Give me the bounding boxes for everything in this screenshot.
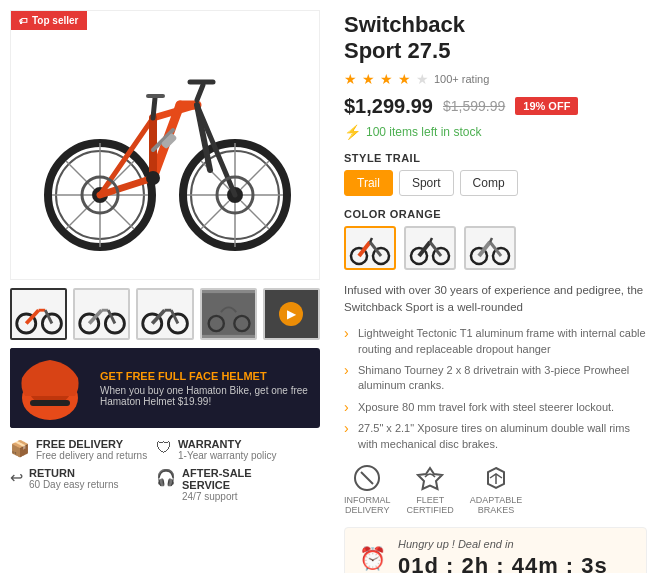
return-icon: ↩: [10, 468, 23, 487]
style-trail[interactable]: Trail: [344, 170, 393, 196]
color-grey[interactable]: [464, 226, 516, 270]
rating-row: ★ ★ ★ ★ ★ 100+ rating: [344, 71, 647, 87]
promo-text: GET FREE FULL FACE HELMET When you buy o…: [90, 362, 320, 415]
return-sub: 60 Day easy returns: [29, 479, 119, 490]
badges-row: INFORMALDELIVERY FLEETCERTIFIED ADAPTABL…: [344, 464, 647, 515]
star-1: ★: [344, 71, 357, 87]
svg-line-65: [370, 238, 372, 242]
svg-line-32: [153, 98, 155, 118]
svg-line-12: [66, 201, 94, 229]
title-line1: Switchback: [344, 12, 465, 37]
badge-informal: INFORMALDELIVERY: [344, 464, 391, 515]
deal-content: Hungry up ! Deal end in 01d : 2h : 44m :…: [398, 538, 608, 573]
style-options: Trail Sport Comp: [344, 170, 647, 196]
after-sale-title: AFTER-SALE SERVICE: [182, 467, 296, 491]
thumbnail-4[interactable]: [200, 288, 257, 340]
price-original: $1,599.99: [443, 98, 505, 114]
badge-adaptable: ADAPTABLEBRAKES: [470, 464, 522, 515]
svg-rect-60: [30, 400, 70, 406]
play-button[interactable]: ▶: [279, 302, 303, 326]
adaptable-icon: [482, 464, 510, 492]
style-sport[interactable]: Sport: [399, 170, 454, 196]
fleet-icon: [416, 464, 444, 492]
promo-subtitle-label: When you buy one Hamaton Bike, get one f…: [100, 385, 310, 407]
feature-item-4: 27.5" x 2.1" Xposure tires on aluminum d…: [344, 421, 647, 452]
star-5: ★: [416, 71, 429, 87]
promo-banner: GET FREE FULL FACE HELMET When you buy o…: [10, 348, 320, 428]
thumbnail-1[interactable]: [10, 288, 67, 340]
title-line2: Sport 27.5: [344, 38, 450, 63]
warranty-title: WARRANTY: [178, 438, 277, 450]
right-panel: Switchback Sport 27.5 ★ ★ ★ ★ ★ 100+ rat…: [330, 0, 661, 573]
color-orange[interactable]: [344, 226, 396, 270]
delivery-icon: 📦: [10, 439, 30, 458]
product-description: Infused with over 30 years of experience…: [344, 282, 647, 317]
thumbnail-strip: ▶: [10, 288, 320, 340]
deal-label: Hungry up ! Deal end in: [398, 538, 608, 550]
deal-timer: 01d : 2h : 44m : 3s: [398, 553, 608, 573]
svg-line-13: [106, 201, 134, 229]
discount-badge: 19% OFF: [515, 97, 578, 115]
stock-row: ⚡ 100 items left in stock: [344, 124, 647, 140]
star-2: ★: [362, 71, 375, 87]
svg-line-75: [490, 238, 492, 242]
features-row: 📦 FREE DELIVERY Free delivery and return…: [10, 438, 320, 502]
svg-line-10: [66, 161, 94, 189]
left-panel: Top seller: [0, 0, 330, 573]
top-seller-label: Top seller: [32, 15, 79, 26]
svg-line-21: [241, 201, 269, 229]
deal-box: ⏰ Hungry up ! Deal end in 01d : 2h : 44m…: [344, 527, 647, 573]
svg-line-19: [241, 161, 269, 189]
style-label: STYLE TRAIL: [344, 152, 647, 164]
thumbnail-5[interactable]: ▶: [263, 288, 320, 340]
star-4: ★: [398, 71, 411, 87]
return-title: RETURN: [29, 467, 119, 479]
after-sale-sub: 24/7 support: [182, 491, 296, 502]
feature-warranty: 🛡 WARRANTY 1-Year warranty policy: [156, 438, 296, 461]
stock-icon: ⚡: [344, 124, 361, 140]
svg-line-20: [201, 201, 229, 229]
promo-get-free-label: GET FREE FULL FACE HELMET: [100, 370, 310, 382]
thumbnail-2[interactable]: [73, 288, 130, 340]
alarm-icon: ⏰: [359, 546, 386, 572]
badge-fleet: FLEETCERTIFIED: [407, 464, 454, 515]
color-black[interactable]: [404, 226, 456, 270]
feature-delivery: 📦 FREE DELIVERY Free delivery and return…: [10, 438, 150, 461]
svg-line-30: [197, 85, 203, 100]
product-title: Switchback Sport 27.5: [344, 12, 647, 65]
feature-after-sale: 🎧 AFTER-SALE SERVICE 24/7 support: [156, 467, 296, 502]
bike-illustration: [35, 30, 295, 260]
after-sale-icon: 🎧: [156, 468, 176, 487]
delivery-title: FREE DELIVERY: [36, 438, 147, 450]
price-row: $1,299.99 $1,599.99 19% OFF: [344, 95, 647, 118]
promo-helmet-image: [10, 348, 90, 428]
rating-count: 100+ rating: [434, 73, 489, 85]
color-options: [344, 226, 647, 270]
svg-line-77: [361, 472, 373, 484]
svg-line-70: [430, 238, 432, 242]
delivery-sub: Free delivery and returns: [36, 450, 147, 461]
feature-list: Lightweight Tectonic T1 aluminum frame w…: [344, 326, 647, 452]
warranty-icon: 🛡: [156, 439, 172, 457]
main-product-image: Top seller: [10, 10, 320, 280]
price-current: $1,299.99: [344, 95, 433, 118]
svg-point-34: [146, 171, 160, 185]
feature-return: ↩ RETURN 60 Day easy returns: [10, 467, 150, 502]
feature-item-2: Shimano Tourney 2 x 8 drivetrain with 3-…: [344, 363, 647, 394]
color-label: COLOR ORANGE: [344, 208, 647, 220]
star-3: ★: [380, 71, 393, 87]
warranty-sub: 1-Year warranty policy: [178, 450, 277, 461]
feature-item-3: Xposure 80 mm travel fork with steel ste…: [344, 400, 647, 415]
thumbnail-3[interactable]: [136, 288, 193, 340]
stock-count: 100 items left in stock: [366, 125, 481, 139]
feature-item-1: Lightweight Tectonic T1 aluminum frame w…: [344, 326, 647, 357]
style-comp[interactable]: Comp: [460, 170, 518, 196]
informal-icon: [353, 464, 381, 492]
top-seller-badge: Top seller: [11, 11, 87, 30]
